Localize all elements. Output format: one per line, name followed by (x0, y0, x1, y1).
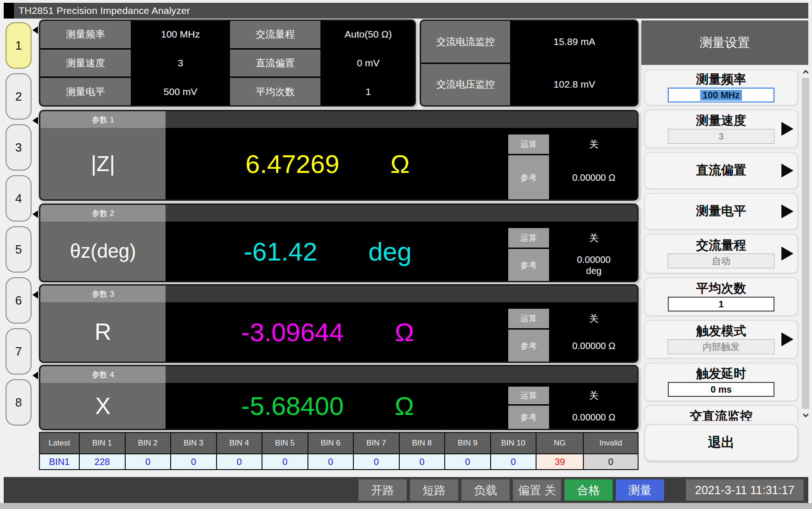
parameter-header: 参数 1 (40, 111, 166, 128)
setting-value: 3 (132, 50, 229, 77)
item-label: 测量频率 (696, 73, 746, 87)
parameter-name: |Z| (40, 128, 166, 199)
parameter-value: -61.42 (243, 236, 317, 267)
setting-value: 1 (322, 78, 415, 105)
page-tab-6[interactable]: 6 (6, 277, 32, 324)
setting-label: 直流偏置 (230, 50, 320, 77)
load-button[interactable]: 负载 (461, 479, 510, 501)
parameter-unit: Ω (395, 317, 414, 347)
sidebar-item-acdc-monitor[interactable]: 交直流监控 (644, 405, 798, 421)
ref-value: 0.00000 deg (550, 249, 637, 281)
sidebar-item-dc-bias[interactable]: 直流偏置 (644, 152, 798, 189)
sidebar-item-measure-level[interactable]: 测量电平 (644, 193, 798, 230)
parameter-header: 参数 3 (40, 286, 166, 302)
parameter-value: 6.47269 (245, 149, 339, 179)
bin-header: BIN 7 (354, 433, 399, 453)
parameter-name: θz(deg) (40, 222, 166, 281)
bin-invalid-count: 0 (584, 454, 638, 469)
open-circuit-button[interactable]: 开路 (358, 479, 407, 501)
measure-status-badge: 测量 (616, 479, 664, 501)
bin-header-ng: NG (537, 433, 583, 453)
parameter-panel-3: 参数 3 R -3.09644 Ω 运算 关 参考 0.00000 Ω (39, 284, 639, 363)
bin-count: 0 (491, 454, 536, 469)
arrow-right-icon (781, 332, 793, 346)
calc-value: 关 (550, 228, 637, 248)
item-label: 平均次数 (696, 282, 746, 296)
calc-label: 运算 (508, 228, 549, 248)
bin-header-invalid: Invalid (584, 433, 638, 453)
ref-value: 0.00000 Ω (550, 155, 637, 199)
calc-value: 关 (550, 309, 637, 328)
setting-label: 测量频率 (40, 21, 131, 48)
bin-count: 0 (126, 454, 171, 469)
sidebar-item-average-count[interactable]: 平均次数 1 (644, 277, 798, 316)
datetime-display: 2021-3-11 11:31:17 (686, 479, 804, 501)
parameter-name: R (40, 302, 166, 362)
exit-button[interactable]: 退出 (644, 424, 798, 461)
bin-header: BIN 1 (80, 433, 125, 453)
measure-frequency-input[interactable]: 100 MHz (668, 88, 774, 102)
bin-count: 0 (445, 454, 490, 469)
scrollbar-track[interactable] (802, 78, 809, 409)
item-label: 测量电平 (696, 204, 746, 218)
ref-value: 0.00000 Ω (550, 330, 637, 362)
scroll-down-icon[interactable] (802, 409, 809, 421)
parameter-unit: deg (368, 236, 411, 267)
parameter-header: 参数 2 (40, 205, 166, 222)
bin-header: BIN 6 (308, 433, 353, 453)
monitor-value: 102.8 mV (511, 64, 637, 106)
parameter-value: -3.09644 (241, 317, 344, 347)
bin-header: BIN 5 (262, 433, 307, 453)
sidebar-item-measure-frequency[interactable]: 测量频率 100 MHz (644, 70, 798, 106)
arrow-right-icon (781, 122, 793, 136)
ref-label: 参考 (508, 406, 549, 429)
page-tab-5[interactable]: 5 (6, 226, 32, 273)
window-title: TH2851 Precision Impedance Analyzer (19, 5, 190, 16)
sidebar-item-ac-range[interactable]: 交流量程 自动 (644, 234, 798, 274)
parameter-unit: Ω (395, 391, 414, 421)
page-tab-8[interactable]: 8 (6, 379, 32, 426)
setting-value: 0 mV (322, 50, 415, 77)
parameter-unit: Ω (390, 149, 410, 179)
average-count-input[interactable]: 1 (668, 297, 774, 312)
bias-off-button[interactable]: 偏置 关 (513, 479, 561, 501)
measure-settings-panel: 测量频率 100 MHz 交流量程 Auto(50 Ω) 测量速度 3 直流偏置… (39, 19, 416, 107)
bin-count: 0 (354, 454, 399, 469)
setting-label: 平均次数 (230, 78, 320, 105)
page-tab-1[interactable]: 1 (6, 22, 32, 69)
parameter-header: 参数 4 (40, 366, 166, 383)
arrow-right-icon (781, 204, 793, 218)
page-tab-2[interactable]: 2 (6, 73, 32, 120)
parameter-panel-4: 参数 4 X -5.68400 Ω 运算 关 参考 0.00000 Ω (39, 365, 639, 430)
page-tab-7[interactable]: 7 (6, 328, 32, 375)
sidebar-item-trigger-mode[interactable]: 触发模式 内部触发 (644, 320, 798, 359)
setting-label: 交流量程 (230, 21, 320, 48)
bin-header: Latest (40, 433, 79, 453)
arrow-right-icon (781, 247, 793, 261)
app-window: TH2851 Precision Impedance Analyzer 1 2 … (0, 0, 812, 509)
bin-count: 0 (308, 454, 353, 469)
ref-value: 0.00000 Ω (550, 406, 637, 429)
calc-label: 运算 (508, 387, 549, 404)
sidebar-item-trigger-delay[interactable]: 触发延时 0 ms (644, 363, 798, 401)
sidebar-item-measure-speed[interactable]: 测量速度 3 (644, 109, 798, 148)
sidebar-scrollbar[interactable] (802, 66, 809, 421)
page-tab-3[interactable]: 3 (6, 124, 32, 171)
arrow-right-icon (781, 164, 793, 178)
monitor-panel: 交流电流监控 15.89 mA 交流电压监控 102.8 mV (420, 19, 639, 107)
calc-value: 关 (550, 387, 637, 404)
setting-value: Auto(50 Ω) (322, 21, 415, 48)
sidebar-menu: 测量频率 100 MHz 测量速度 3 直流偏置 测量电平 交流量程 自动 平均… (641, 66, 801, 421)
page-tab-4[interactable]: 4 (6, 175, 32, 222)
scroll-up-icon[interactable] (802, 66, 809, 78)
bin-ng-count: 39 (537, 454, 583, 469)
monitor-value: 15.89 mA (511, 21, 637, 63)
bin-latest-value: BIN1 (40, 454, 79, 469)
calc-label: 运算 (508, 134, 549, 154)
bin-header: BIN 9 (445, 433, 490, 453)
setting-label: 测量速度 (40, 50, 131, 77)
item-label: 直流偏置 (696, 164, 746, 178)
short-circuit-button[interactable]: 短路 (410, 479, 458, 501)
trigger-delay-input[interactable]: 0 ms (668, 382, 774, 397)
item-label: 测量速度 (696, 114, 746, 128)
